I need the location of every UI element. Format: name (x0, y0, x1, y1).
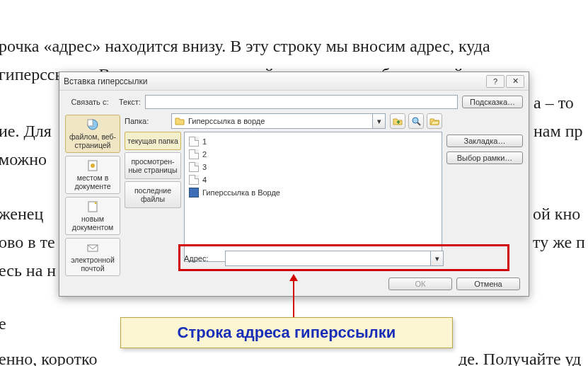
up-folder-icon (393, 116, 403, 126)
list-item[interactable]: 2 (189, 148, 437, 161)
globe-page-icon (86, 118, 99, 131)
insert-hyperlink-dialog: Вставка гиперссылки ? ✕ Связать с: Текст… (59, 72, 529, 297)
browse-web-button[interactable] (408, 113, 424, 129)
link-tab-label: новым документом (67, 215, 118, 231)
bg-text: можно (0, 147, 47, 171)
browse-file-button[interactable] (427, 113, 442, 129)
bg-text: ие. Для (0, 119, 52, 143)
view-tab-recent-files[interactable]: последние файлы (125, 181, 181, 208)
svg-point-7 (413, 118, 418, 123)
up-folder-button[interactable] (390, 113, 405, 129)
magnifier-globe-icon (411, 116, 421, 126)
bg-text: ово в те (0, 230, 55, 254)
file-name: 4 (202, 173, 207, 186)
file-name: Гиперссылка в Ворде (202, 186, 280, 199)
email-icon (86, 241, 99, 254)
chevron-down-icon: ▾ (372, 114, 385, 128)
bg-text: енно, коротко (0, 347, 97, 366)
file-name: 1 (202, 135, 207, 148)
link-tab-place-in-doc[interactable]: местом в документе (65, 156, 120, 194)
annotation-callout: Строка адреса гиперссылки (120, 317, 453, 348)
file-icon (189, 175, 199, 185)
chevron-down-icon: ▾ (430, 251, 443, 265)
bg-text: ту же п (533, 230, 585, 254)
bg-text: нам пр (534, 119, 583, 143)
help-button[interactable]: ? (486, 75, 505, 88)
display-text-input[interactable] (145, 95, 458, 109)
svg-line-8 (417, 122, 420, 125)
link-tab-label: электронной почтой (67, 256, 118, 273)
link-tab-new-doc[interactable]: новым документом (65, 197, 120, 235)
link-tab-label: файлом, веб-страницей (67, 132, 118, 149)
titlebar[interactable]: Вставка гиперссылки ? ✕ (59, 72, 529, 91)
folder-label: Папка: (125, 117, 167, 125)
address-label: Адрес: (184, 254, 221, 263)
help-icon: ? (493, 77, 497, 86)
annotation-arrow (293, 280, 294, 318)
view-tab-current-folder[interactable]: текущая папка (125, 132, 181, 150)
bg-text: женец (0, 202, 43, 226)
close-icon: ✕ (512, 76, 519, 86)
link-tab-email[interactable]: электронной почтой (65, 238, 120, 276)
bg-text: есь на н (0, 258, 56, 282)
cancel-button[interactable]: Отмена (456, 278, 520, 290)
list-item[interactable]: 1 (189, 135, 437, 148)
svg-rect-1 (88, 120, 93, 126)
bg-text: ой кно (533, 202, 580, 226)
target-frame-button[interactable]: Выбор рамки… (446, 151, 523, 164)
open-folder-icon (430, 116, 439, 126)
new-doc-icon (86, 200, 99, 213)
bg-text: е (0, 311, 6, 336)
doc-bookmark-icon (86, 159, 99, 172)
file-icon (189, 149, 199, 159)
dialog-title: Вставка гиперссылки (64, 76, 486, 86)
list-item[interactable]: Гиперссылка в Ворде (189, 186, 437, 199)
link-with-label: Связать с: (65, 98, 115, 106)
file-name: 3 (202, 161, 207, 173)
close-button[interactable]: ✕ (506, 75, 524, 88)
link-tab-label: местом в документе (67, 173, 118, 190)
ok-button: ОК (388, 278, 452, 290)
folder-icon (175, 116, 185, 126)
folder-value: Гиперссылка в ворде (188, 117, 265, 125)
tooltip-button[interactable]: Подсказка… (462, 96, 523, 108)
file-icon (189, 162, 199, 172)
bookmark-button[interactable]: Закладка… (446, 135, 523, 147)
bg-text: де. Получайте уд (459, 347, 581, 366)
file-name: 2 (202, 148, 207, 161)
text-label: Текст: (119, 98, 141, 106)
bg-text: рочка «адрес» находится внизу. В эту стр… (0, 34, 490, 58)
address-input[interactable]: ▾ (225, 251, 444, 266)
view-tab-browsed-pages[interactable]: просмотрен-ные страницы (125, 152, 181, 179)
file-icon (189, 137, 199, 147)
bg-text: а – то (534, 91, 574, 115)
list-item[interactable]: 4 (189, 173, 437, 186)
list-item[interactable]: 3 (189, 161, 437, 173)
word-doc-icon (189, 188, 199, 198)
file-list[interactable]: 1 2 3 4 (184, 132, 442, 262)
link-tab-file-web[interactable]: файлом, веб-страницей (65, 115, 120, 153)
svg-point-3 (91, 164, 95, 168)
folder-dropdown[interactable]: Гиперссылка в ворде ▾ (171, 113, 386, 129)
link-target-tabs: файлом, веб-страницей местом в документе… (65, 113, 120, 262)
